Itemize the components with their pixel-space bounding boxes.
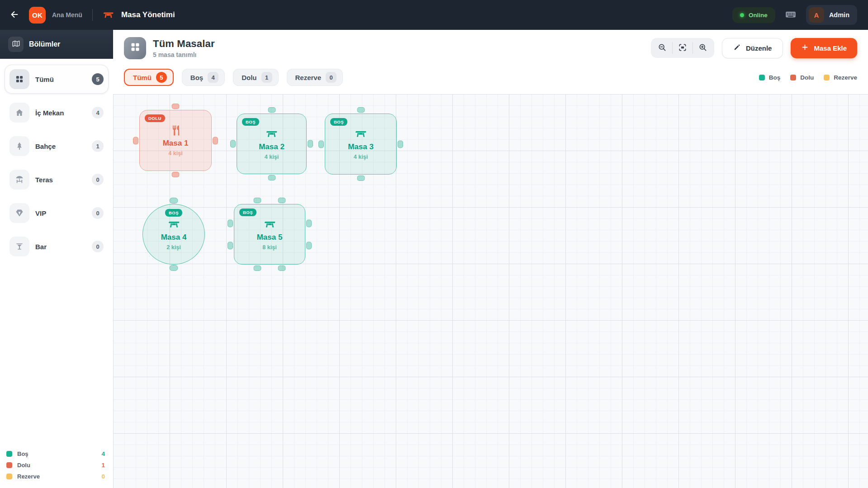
chair-indicator <box>254 198 261 203</box>
martini-icon <box>9 237 29 256</box>
sidebar-item-teras[interactable]: Teras 0 <box>5 165 109 194</box>
floor-plan-canvas[interactable]: DOLU Masa 1 4 kişi BOŞ Masa 2 4 kişi BOŞ… <box>113 94 868 488</box>
home-icon <box>9 103 29 123</box>
table-status-badge: DOLU <box>145 114 165 122</box>
search-minus-icon <box>658 43 667 53</box>
header-actions: Düzenle Masa Ekle <box>651 38 857 58</box>
filter-chip-dolu[interactable]: Dolu 1 <box>233 69 278 86</box>
chair-indicator <box>278 265 285 271</box>
chair-indicator <box>133 137 138 144</box>
fit-screen-icon <box>678 43 687 53</box>
arrow-left-icon <box>9 9 19 21</box>
table-name: Masa 3 <box>348 142 374 152</box>
table-name: Masa 2 <box>259 142 285 152</box>
chair-indicator <box>398 140 403 148</box>
sidebar-item-label: Bahçe <box>35 142 86 150</box>
sidebar-item-bar[interactable]: Bar 0 <box>5 232 109 261</box>
user-name: Admin <box>829 11 849 19</box>
topbar-right: Online A Admin <box>732 5 857 25</box>
chair-indicator <box>357 107 365 113</box>
sidebar-item-count: 1 <box>92 140 104 152</box>
user-menu[interactable]: A Admin <box>806 5 857 25</box>
main-panel: Tüm Masalar 5 masa tanımlı Düzenle <box>113 30 868 488</box>
table-capacity: 2 kişi <box>166 244 180 251</box>
chair-indicator <box>172 172 180 177</box>
sidebar-item-label: Tümü <box>35 76 86 83</box>
legend-swatch <box>759 75 765 81</box>
canvas-legend-dolu: Dolu <box>790 74 814 81</box>
edit-button[interactable]: Düzenle <box>722 38 783 58</box>
canvas-legend-bo-: Boş <box>759 74 781 81</box>
online-status-badge: Online <box>732 7 775 23</box>
avatar: A <box>809 7 824 23</box>
main-header: Tüm Masalar 5 masa tanımlı Düzenle <box>113 30 868 66</box>
chair-indicator <box>228 242 233 250</box>
main-header-titles: Tüm Masalar 5 masa tanımlı <box>153 38 215 58</box>
filter-chip-label: Dolu <box>242 74 256 81</box>
chair-indicator <box>230 140 236 148</box>
table-node-masa-4[interactable]: BOŞ Masa 4 2 kişi <box>142 204 205 265</box>
legend-count: 4 <box>101 450 105 457</box>
fit-screen-button[interactable] <box>673 38 693 58</box>
filter-chip-t-m-[interactable]: Tümü 5 <box>124 69 174 86</box>
filter-chip-rezerve[interactable]: Rezerve 0 <box>287 69 343 86</box>
table-node-masa-1[interactable]: DOLU Masa 1 4 kişi <box>139 110 212 171</box>
legend-swatch <box>6 474 12 479</box>
utensils-icon <box>170 124 182 137</box>
plus-icon <box>801 43 809 52</box>
sidebar-item-t-m-[interactable]: Tümü 5 <box>5 65 109 94</box>
table-node-masa-5[interactable]: BOŞ Masa 5 8 kişi <box>234 204 305 265</box>
legend-label: Boş <box>17 450 28 457</box>
table-status-badge: BOŞ <box>330 118 347 126</box>
table-node-masa-3[interactable]: BOŞ Masa 3 4 kişi <box>325 114 397 175</box>
sidebar-item-label: VIP <box>35 209 86 217</box>
diamond-icon <box>9 203 29 223</box>
table-capacity: 4 kişi <box>265 154 279 160</box>
table-capacity: 4 kişi <box>354 154 368 160</box>
sidebar-legend-dolu: Dolu 1 <box>6 462 105 469</box>
sidebar-item-count: 0 <box>92 207 104 219</box>
table-name: Masa 5 <box>257 233 283 242</box>
chair-indicator <box>254 265 261 271</box>
sidebar-item-bah-e[interactable]: Bahçe 1 <box>5 132 109 161</box>
topbar-divider <box>92 9 93 21</box>
sidebar-title: Bölümler <box>29 40 60 48</box>
back-button[interactable] <box>6 7 23 23</box>
sidebar-item-vip[interactable]: VIP 0 <box>5 199 109 227</box>
zoom-out-button[interactable] <box>652 38 672 58</box>
grid-icon <box>130 42 141 54</box>
app-root: OK Ana Menü Masa Yönetimi Online A Admin… <box>0 0 868 488</box>
sidebar-header: Bölümler <box>0 30 113 59</box>
section-title: Tüm Masalar <box>153 38 215 50</box>
search-plus-icon <box>698 43 707 53</box>
sections-sidebar: Bölümler Tümü 5 İç Mekan 4 Bahçe 1 Teras… <box>0 30 113 488</box>
page-title: Masa Yönetimi <box>121 10 175 19</box>
chair-indicator <box>170 198 178 204</box>
chair-indicator <box>308 140 313 148</box>
legend-label: Boş <box>769 74 781 81</box>
filter-chip-bo-[interactable]: Boş 4 <box>182 69 225 86</box>
section-icon <box>124 37 146 59</box>
sidebar-item-label: Teras <box>35 176 86 184</box>
sidebar-legend-bo-: Boş 4 <box>6 450 105 457</box>
table-name: Masa 4 <box>161 233 187 242</box>
legend-label: Rezerve <box>17 473 40 480</box>
chair-indicator <box>228 220 233 227</box>
keyboard-button[interactable] <box>784 9 797 21</box>
map-icon <box>12 39 20 50</box>
table-status-badge: BOŞ <box>165 209 182 217</box>
table-node-masa-2[interactable]: BOŞ Masa 2 4 kişi <box>237 114 307 174</box>
chair-indicator <box>306 242 312 250</box>
table-icon <box>264 218 276 231</box>
online-label: Online <box>749 12 768 19</box>
legend-count: 0 <box>101 473 105 480</box>
zoom-in-button[interactable] <box>693 38 713 58</box>
filter-chip-count: 1 <box>261 72 272 83</box>
sidebar-item-i-mekan[interactable]: İç Mekan 4 <box>5 98 109 127</box>
filter-chip-count: 5 <box>156 72 167 83</box>
add-table-button[interactable]: Masa Ekle <box>791 38 857 58</box>
legend-swatch <box>790 75 796 81</box>
terrace-icon <box>9 170 29 190</box>
chair-indicator <box>318 140 324 148</box>
sidebar-item-count: 0 <box>92 241 104 252</box>
